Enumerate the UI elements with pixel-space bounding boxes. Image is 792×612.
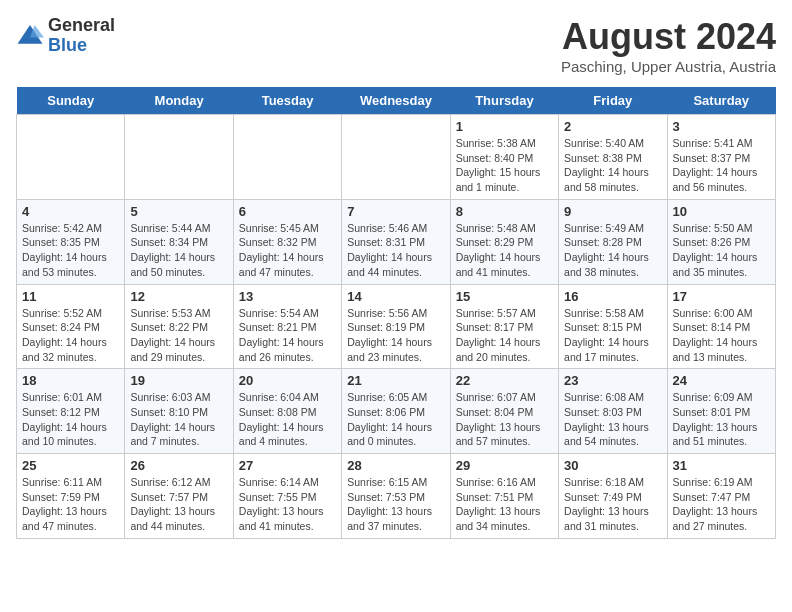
date-number: 18 (22, 373, 119, 388)
logo-blue: Blue (48, 36, 115, 56)
cell-info: Sunrise: 6:15 AMSunset: 7:53 PMDaylight:… (347, 475, 444, 534)
date-number: 25 (22, 458, 119, 473)
calendar-cell: 29Sunrise: 6:16 AMSunset: 7:51 PMDayligh… (450, 454, 558, 539)
cell-info: Sunrise: 5:58 AMSunset: 8:15 PMDaylight:… (564, 306, 661, 365)
date-number: 19 (130, 373, 227, 388)
date-number: 20 (239, 373, 336, 388)
calendar-cell: 8Sunrise: 5:48 AMSunset: 8:29 PMDaylight… (450, 199, 558, 284)
calendar-cell (342, 115, 450, 200)
date-number: 9 (564, 204, 661, 219)
calendar-cell: 13Sunrise: 5:54 AMSunset: 8:21 PMDayligh… (233, 284, 341, 369)
subtitle: Pasching, Upper Austria, Austria (561, 58, 776, 75)
date-number: 4 (22, 204, 119, 219)
calendar-cell (125, 115, 233, 200)
calendar-cell: 21Sunrise: 6:05 AMSunset: 8:06 PMDayligh… (342, 369, 450, 454)
calendar-cell: 20Sunrise: 6:04 AMSunset: 8:08 PMDayligh… (233, 369, 341, 454)
calendar-cell: 24Sunrise: 6:09 AMSunset: 8:01 PMDayligh… (667, 369, 775, 454)
calendar-cell: 31Sunrise: 6:19 AMSunset: 7:47 PMDayligh… (667, 454, 775, 539)
date-number: 13 (239, 289, 336, 304)
day-header-wednesday: Wednesday (342, 87, 450, 115)
calendar-cell: 2Sunrise: 5:40 AMSunset: 8:38 PMDaylight… (559, 115, 667, 200)
cell-info: Sunrise: 6:09 AMSunset: 8:01 PMDaylight:… (673, 390, 770, 449)
calendar-cell: 7Sunrise: 5:46 AMSunset: 8:31 PMDaylight… (342, 199, 450, 284)
calendar-cell: 25Sunrise: 6:11 AMSunset: 7:59 PMDayligh… (17, 454, 125, 539)
cell-info: Sunrise: 5:42 AMSunset: 8:35 PMDaylight:… (22, 221, 119, 280)
calendar-cell: 12Sunrise: 5:53 AMSunset: 8:22 PMDayligh… (125, 284, 233, 369)
date-number: 22 (456, 373, 553, 388)
header: General Blue August 2024 Pasching, Upper… (16, 16, 776, 75)
date-number: 16 (564, 289, 661, 304)
date-number: 6 (239, 204, 336, 219)
cell-info: Sunrise: 6:08 AMSunset: 8:03 PMDaylight:… (564, 390, 661, 449)
date-number: 2 (564, 119, 661, 134)
calendar-cell: 30Sunrise: 6:18 AMSunset: 7:49 PMDayligh… (559, 454, 667, 539)
calendar-cell: 4Sunrise: 5:42 AMSunset: 8:35 PMDaylight… (17, 199, 125, 284)
cell-info: Sunrise: 5:54 AMSunset: 8:21 PMDaylight:… (239, 306, 336, 365)
cell-info: Sunrise: 5:41 AMSunset: 8:37 PMDaylight:… (673, 136, 770, 195)
date-number: 29 (456, 458, 553, 473)
calendar-cell: 14Sunrise: 5:56 AMSunset: 8:19 PMDayligh… (342, 284, 450, 369)
date-number: 1 (456, 119, 553, 134)
week-row-2: 4Sunrise: 5:42 AMSunset: 8:35 PMDaylight… (17, 199, 776, 284)
cell-info: Sunrise: 6:05 AMSunset: 8:06 PMDaylight:… (347, 390, 444, 449)
cell-info: Sunrise: 6:11 AMSunset: 7:59 PMDaylight:… (22, 475, 119, 534)
cell-info: Sunrise: 6:00 AMSunset: 8:14 PMDaylight:… (673, 306, 770, 365)
date-number: 23 (564, 373, 661, 388)
day-header-thursday: Thursday (450, 87, 558, 115)
cell-info: Sunrise: 5:49 AMSunset: 8:28 PMDaylight:… (564, 221, 661, 280)
date-number: 3 (673, 119, 770, 134)
calendar-cell: 1Sunrise: 5:38 AMSunset: 8:40 PMDaylight… (450, 115, 558, 200)
cell-info: Sunrise: 6:01 AMSunset: 8:12 PMDaylight:… (22, 390, 119, 449)
cell-info: Sunrise: 5:40 AMSunset: 8:38 PMDaylight:… (564, 136, 661, 195)
date-number: 15 (456, 289, 553, 304)
calendar-cell (233, 115, 341, 200)
day-header-monday: Monday (125, 87, 233, 115)
cell-info: Sunrise: 6:03 AMSunset: 8:10 PMDaylight:… (130, 390, 227, 449)
date-number: 17 (673, 289, 770, 304)
calendar-table: SundayMondayTuesdayWednesdayThursdayFrid… (16, 87, 776, 539)
week-row-3: 11Sunrise: 5:52 AMSunset: 8:24 PMDayligh… (17, 284, 776, 369)
cell-info: Sunrise: 5:45 AMSunset: 8:32 PMDaylight:… (239, 221, 336, 280)
date-number: 12 (130, 289, 227, 304)
calendar-cell: 17Sunrise: 6:00 AMSunset: 8:14 PMDayligh… (667, 284, 775, 369)
cell-info: Sunrise: 5:48 AMSunset: 8:29 PMDaylight:… (456, 221, 553, 280)
cell-info: Sunrise: 6:18 AMSunset: 7:49 PMDaylight:… (564, 475, 661, 534)
date-number: 26 (130, 458, 227, 473)
cell-info: Sunrise: 5:52 AMSunset: 8:24 PMDaylight:… (22, 306, 119, 365)
title-area: August 2024 Pasching, Upper Austria, Aus… (561, 16, 776, 75)
calendar-cell: 9Sunrise: 5:49 AMSunset: 8:28 PMDaylight… (559, 199, 667, 284)
cell-info: Sunrise: 5:50 AMSunset: 8:26 PMDaylight:… (673, 221, 770, 280)
day-header-tuesday: Tuesday (233, 87, 341, 115)
calendar-cell: 18Sunrise: 6:01 AMSunset: 8:12 PMDayligh… (17, 369, 125, 454)
calendar-cell (17, 115, 125, 200)
cell-info: Sunrise: 6:12 AMSunset: 7:57 PMDaylight:… (130, 475, 227, 534)
calendar-cell: 10Sunrise: 5:50 AMSunset: 8:26 PMDayligh… (667, 199, 775, 284)
calendar-cell: 26Sunrise: 6:12 AMSunset: 7:57 PMDayligh… (125, 454, 233, 539)
day-header-saturday: Saturday (667, 87, 775, 115)
date-number: 14 (347, 289, 444, 304)
week-row-4: 18Sunrise: 6:01 AMSunset: 8:12 PMDayligh… (17, 369, 776, 454)
header-row: SundayMondayTuesdayWednesdayThursdayFrid… (17, 87, 776, 115)
main-title: August 2024 (561, 16, 776, 58)
week-row-5: 25Sunrise: 6:11 AMSunset: 7:59 PMDayligh… (17, 454, 776, 539)
cell-info: Sunrise: 6:07 AMSunset: 8:04 PMDaylight:… (456, 390, 553, 449)
date-number: 21 (347, 373, 444, 388)
date-number: 24 (673, 373, 770, 388)
cell-info: Sunrise: 5:44 AMSunset: 8:34 PMDaylight:… (130, 221, 227, 280)
day-header-friday: Friday (559, 87, 667, 115)
calendar-cell: 22Sunrise: 6:07 AMSunset: 8:04 PMDayligh… (450, 369, 558, 454)
calendar-cell: 16Sunrise: 5:58 AMSunset: 8:15 PMDayligh… (559, 284, 667, 369)
calendar-cell: 6Sunrise: 5:45 AMSunset: 8:32 PMDaylight… (233, 199, 341, 284)
cell-info: Sunrise: 6:04 AMSunset: 8:08 PMDaylight:… (239, 390, 336, 449)
cell-info: Sunrise: 6:19 AMSunset: 7:47 PMDaylight:… (673, 475, 770, 534)
calendar-cell: 5Sunrise: 5:44 AMSunset: 8:34 PMDaylight… (125, 199, 233, 284)
cell-info: Sunrise: 5:46 AMSunset: 8:31 PMDaylight:… (347, 221, 444, 280)
logo-general: General (48, 16, 115, 36)
date-number: 11 (22, 289, 119, 304)
cell-info: Sunrise: 5:57 AMSunset: 8:17 PMDaylight:… (456, 306, 553, 365)
calendar-cell: 15Sunrise: 5:57 AMSunset: 8:17 PMDayligh… (450, 284, 558, 369)
cell-info: Sunrise: 5:53 AMSunset: 8:22 PMDaylight:… (130, 306, 227, 365)
calendar-cell: 23Sunrise: 6:08 AMSunset: 8:03 PMDayligh… (559, 369, 667, 454)
date-number: 27 (239, 458, 336, 473)
calendar-cell: 27Sunrise: 6:14 AMSunset: 7:55 PMDayligh… (233, 454, 341, 539)
